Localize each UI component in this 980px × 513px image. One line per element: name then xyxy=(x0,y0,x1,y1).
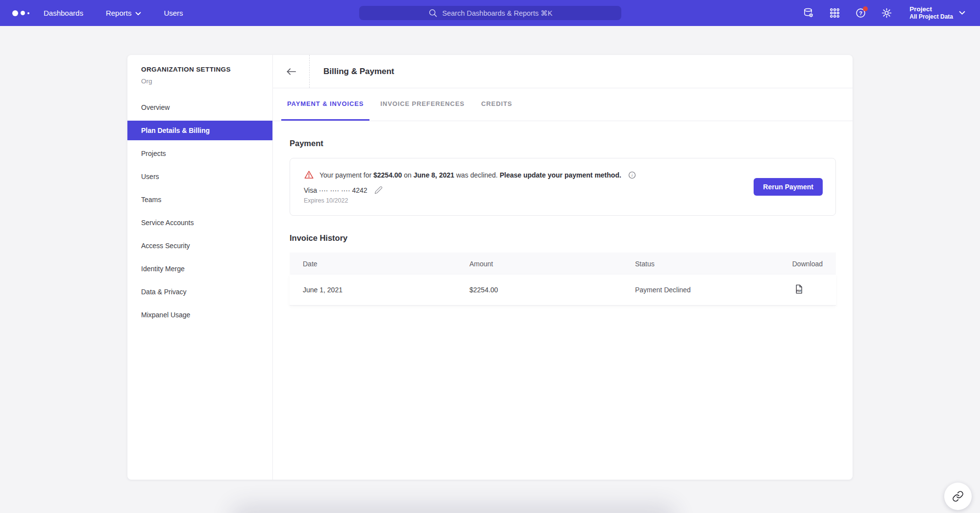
tab-label: PAYMENT & INVOICES xyxy=(287,100,364,107)
edit-pencil-icon[interactable] xyxy=(374,186,383,194)
table-row: June 1, 2021 $2254.00 Payment Declined P… xyxy=(290,275,836,305)
nav-link-label: Dashboards xyxy=(44,9,83,17)
payment-declined-alert: Your payment for $2254.00 on June 8, 202… xyxy=(304,170,822,180)
payment-alert-card: Your payment for $2254.00 on June 8, 202… xyxy=(290,158,836,216)
sidebar-item-projects[interactable]: Projects xyxy=(127,144,272,163)
search-placeholder: Search Dashboards & Reports ⌘K xyxy=(442,9,553,17)
sidebar-item-mixpanel-usage[interactable]: Mixpanel Usage xyxy=(127,305,272,325)
nav-link-label: Reports xyxy=(106,9,132,17)
top-navbar: Dashboards Reports Users Search Dashboar… xyxy=(0,0,980,26)
warning-triangle-icon xyxy=(304,170,314,180)
nav-link-dashboards[interactable]: Dashboards xyxy=(44,9,83,17)
navbar-icon-group: ? xyxy=(803,0,892,26)
sidebar-title: ORGANIZATION SETTINGS xyxy=(127,66,272,73)
main-content: Billing & Payment PAYMENT & INVOICES INV… xyxy=(273,55,853,480)
tab-credits[interactable]: CREDITS xyxy=(475,88,518,121)
svg-text:?: ? xyxy=(859,10,862,16)
card-summary: Visa ···· ···· ···· 4242 xyxy=(304,186,368,194)
chevron-down-icon xyxy=(959,11,965,15)
sidebar-item-label: Teams xyxy=(141,196,161,204)
sidebar-item-teams[interactable]: Teams xyxy=(127,190,272,209)
invoice-amount: $2254.00 xyxy=(469,286,635,294)
sidebar: ORGANIZATION SETTINGS Org Overview Plan … xyxy=(127,55,273,480)
sidebar-item-label: Access Security xyxy=(141,242,190,250)
sidebar-item-overview[interactable]: Overview xyxy=(127,98,272,117)
column-header-amount: Amount xyxy=(469,260,635,268)
logo-dot xyxy=(21,11,25,15)
nav-link-label: Users xyxy=(164,9,183,17)
invoice-date: June 1, 2021 xyxy=(303,286,469,294)
tab-bar: PAYMENT & INVOICES INVOICE PREFERENCES C… xyxy=(273,88,853,121)
link-icon xyxy=(952,490,964,502)
nav-link-users[interactable]: Users xyxy=(164,9,183,17)
sidebar-item-access-security[interactable]: Access Security xyxy=(127,236,272,256)
nav-link-reports[interactable]: Reports xyxy=(106,9,142,17)
logo-dot xyxy=(27,12,29,14)
sidebar-org-name: Org xyxy=(127,77,272,85)
info-circle-icon[interactable]: i xyxy=(628,171,637,180)
project-label: Project xyxy=(909,5,953,14)
invoice-history-title: Invoice History xyxy=(290,233,836,243)
payment-section-title: Payment xyxy=(290,139,836,148)
tab-invoice-preferences[interactable]: INVOICE PREFERENCES xyxy=(374,88,470,121)
svg-text:i: i xyxy=(632,173,633,178)
sidebar-item-service-accounts[interactable]: Service Accounts xyxy=(127,213,272,232)
chevron-down-icon xyxy=(135,12,141,16)
column-header-date: Date xyxy=(303,260,469,268)
invoice-status: Payment Declined xyxy=(635,286,768,294)
search-icon xyxy=(428,8,438,18)
column-header-status: Status xyxy=(635,260,768,268)
sidebar-item-label: Service Accounts xyxy=(141,219,194,227)
project-switcher[interactable]: Project All Project Data xyxy=(909,0,965,26)
settings-panel: ORGANIZATION SETTINGS Org Overview Plan … xyxy=(127,55,853,480)
project-value: All Project Data xyxy=(909,13,953,21)
sidebar-item-label: Overview xyxy=(141,103,170,111)
arrow-left-icon xyxy=(286,68,296,76)
table-header-row: Date Amount Status Download xyxy=(290,253,836,275)
sidebar-item-users[interactable]: Users xyxy=(127,167,272,186)
page-title: Billing & Payment xyxy=(323,67,394,77)
search-input[interactable]: Search Dashboards & Reports ⌘K xyxy=(359,6,621,20)
tab-label: INVOICE PREFERENCES xyxy=(380,100,465,107)
sidebar-item-label: Users xyxy=(141,173,159,180)
mixpanel-logo[interactable] xyxy=(12,0,29,26)
sidebar-nav: Overview Plan Details & Billing Projects… xyxy=(127,98,272,325)
rerun-payment-button[interactable]: Rerun Payment xyxy=(754,178,823,196)
card-on-file: Visa ···· ···· ···· 4242 xyxy=(304,186,822,194)
tab-payment-invoices[interactable]: PAYMENT & INVOICES xyxy=(281,88,369,121)
help-icon[interactable]: ? xyxy=(855,7,866,19)
share-link-button[interactable] xyxy=(944,483,972,510)
settings-gear-icon[interactable] xyxy=(881,7,892,19)
column-header-download: Download xyxy=(768,260,823,268)
sidebar-item-label: Mixpanel Usage xyxy=(141,311,190,319)
logo-dot xyxy=(12,10,18,16)
pdf-file-icon[interactable]: PDF xyxy=(794,284,804,294)
card-expiry: Expires 10/2022 xyxy=(304,197,822,204)
sidebar-item-label: Data & Privacy xyxy=(141,288,187,296)
apps-grid-icon[interactable] xyxy=(829,7,840,19)
notification-badge xyxy=(863,6,868,11)
sidebar-item-label: Projects xyxy=(141,150,166,157)
invoice-table: Date Amount Status Download June 1, 2021… xyxy=(290,253,836,305)
sidebar-item-plan-details-billing[interactable]: Plan Details & Billing xyxy=(127,121,272,140)
alert-text: Your payment for $2254.00 on June 8, 202… xyxy=(319,171,621,179)
back-button[interactable] xyxy=(273,55,310,88)
svg-text:PDF: PDF xyxy=(797,290,802,292)
payment-section: Payment Your payment for $2254.00 on Jun… xyxy=(273,121,853,305)
sidebar-item-label: Identity Merge xyxy=(141,265,185,273)
sidebar-item-identity-merge[interactable]: Identity Merge xyxy=(127,259,272,279)
primary-nav: Dashboards Reports Users xyxy=(44,0,183,26)
sidebar-item-label: Plan Details & Billing xyxy=(141,127,210,134)
content-header: Billing & Payment xyxy=(273,55,853,88)
data-management-icon[interactable] xyxy=(803,7,814,19)
sidebar-item-data-privacy[interactable]: Data & Privacy xyxy=(127,282,272,302)
tab-label: CREDITS xyxy=(481,100,512,107)
